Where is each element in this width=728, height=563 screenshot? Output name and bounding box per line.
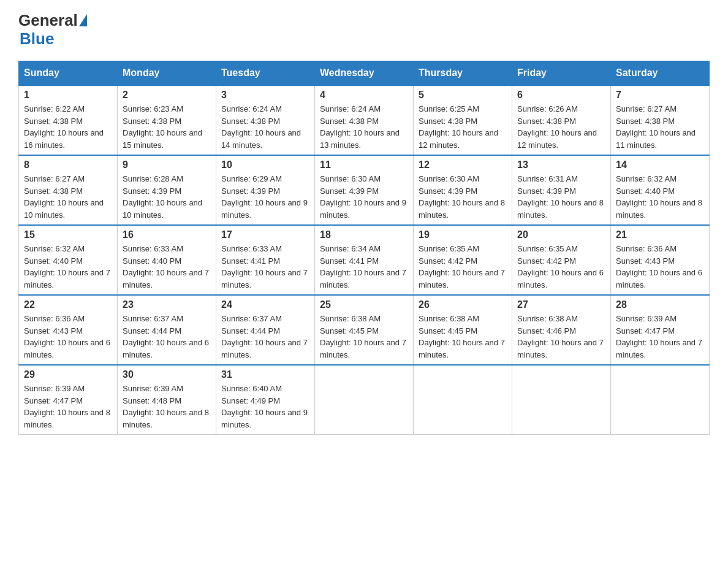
logo: General Blue (18, 12, 87, 48)
calendar-week-1: 1 Sunrise: 6:22 AMSunset: 4:38 PMDayligh… (19, 85, 710, 155)
day-info: Sunrise: 6:35 AMSunset: 4:42 PMDaylight:… (517, 244, 604, 289)
calendar-table: SundayMondayTuesdayWednesdayThursdayFrid… (18, 61, 710, 435)
weekday-header-monday: Monday (118, 61, 216, 86)
calendar-cell: 21 Sunrise: 6:36 AMSunset: 4:43 PMDaylig… (611, 225, 710, 295)
calendar-cell: 15 Sunrise: 6:32 AMSunset: 4:40 PMDaylig… (19, 225, 118, 295)
page-header: General Blue (18, 12, 710, 48)
day-number: 25 (320, 299, 408, 310)
calendar-cell: 27 Sunrise: 6:38 AMSunset: 4:46 PMDaylig… (512, 295, 611, 365)
calendar-week-2: 8 Sunrise: 6:27 AMSunset: 4:38 PMDayligh… (19, 155, 710, 225)
weekday-header-wednesday: Wednesday (315, 61, 414, 86)
day-info: Sunrise: 6:27 AMSunset: 4:38 PMDaylight:… (616, 104, 696, 150)
day-number: 31 (221, 369, 309, 380)
day-number: 5 (419, 90, 507, 101)
calendar-cell: 3 Sunrise: 6:24 AMSunset: 4:38 PMDayligh… (216, 85, 315, 155)
day-number: 24 (221, 299, 309, 310)
calendar-cell: 8 Sunrise: 6:27 AMSunset: 4:38 PMDayligh… (19, 155, 118, 225)
day-number: 6 (517, 90, 605, 101)
calendar-cell: 11 Sunrise: 6:30 AMSunset: 4:39 PMDaylig… (315, 155, 414, 225)
day-number: 17 (221, 229, 309, 240)
logo-triangle-icon (79, 14, 87, 26)
day-info: Sunrise: 6:31 AMSunset: 4:39 PMDaylight:… (517, 174, 604, 220)
day-number: 19 (419, 229, 507, 240)
weekday-header-saturday: Saturday (611, 61, 710, 86)
calendar-cell: 29 Sunrise: 6:39 AMSunset: 4:47 PMDaylig… (19, 365, 118, 435)
day-number: 27 (517, 299, 605, 310)
weekday-header-sunday: Sunday (19, 61, 118, 86)
calendar-cell: 24 Sunrise: 6:37 AMSunset: 4:44 PMDaylig… (216, 295, 315, 365)
weekday-header-row: SundayMondayTuesdayWednesdayThursdayFrid… (19, 61, 710, 86)
calendar-week-3: 15 Sunrise: 6:32 AMSunset: 4:40 PMDaylig… (19, 225, 710, 295)
calendar-cell: 1 Sunrise: 6:22 AMSunset: 4:38 PMDayligh… (19, 85, 118, 155)
calendar-cell: 13 Sunrise: 6:31 AMSunset: 4:39 PMDaylig… (512, 155, 611, 225)
calendar-cell: 26 Sunrise: 6:38 AMSunset: 4:45 PMDaylig… (414, 295, 512, 365)
day-info: Sunrise: 6:32 AMSunset: 4:40 PMDaylight:… (24, 244, 110, 289)
day-info: Sunrise: 6:22 AMSunset: 4:38 PMDaylight:… (24, 104, 104, 150)
calendar-cell (611, 365, 710, 435)
day-info: Sunrise: 6:39 AMSunset: 4:47 PMDaylight:… (616, 314, 702, 359)
day-number: 15 (24, 229, 112, 240)
day-number: 9 (123, 159, 211, 170)
day-info: Sunrise: 6:39 AMSunset: 4:47 PMDaylight:… (24, 384, 110, 429)
day-info: Sunrise: 6:37 AMSunset: 4:44 PMDaylight:… (221, 314, 308, 359)
day-info: Sunrise: 6:24 AMSunset: 4:38 PMDaylight:… (221, 104, 301, 150)
day-number: 1 (24, 90, 112, 101)
logo-general-text: General (18, 12, 78, 28)
day-info: Sunrise: 6:26 AMSunset: 4:38 PMDaylight:… (517, 104, 597, 150)
day-number: 4 (320, 90, 408, 101)
day-number: 18 (320, 229, 408, 240)
calendar-cell: 10 Sunrise: 6:29 AMSunset: 4:39 PMDaylig… (216, 155, 315, 225)
calendar-week-5: 29 Sunrise: 6:39 AMSunset: 4:47 PMDaylig… (19, 365, 710, 435)
calendar-cell: 14 Sunrise: 6:32 AMSunset: 4:40 PMDaylig… (611, 155, 710, 225)
day-number: 12 (419, 159, 507, 170)
calendar-cell: 19 Sunrise: 6:35 AMSunset: 4:42 PMDaylig… (414, 225, 512, 295)
day-number: 10 (221, 159, 309, 170)
calendar-cell: 22 Sunrise: 6:36 AMSunset: 4:43 PMDaylig… (19, 295, 118, 365)
calendar-cell: 20 Sunrise: 6:35 AMSunset: 4:42 PMDaylig… (512, 225, 611, 295)
calendar-week-4: 22 Sunrise: 6:36 AMSunset: 4:43 PMDaylig… (19, 295, 710, 365)
day-info: Sunrise: 6:40 AMSunset: 4:49 PMDaylight:… (221, 384, 308, 429)
calendar-cell (414, 365, 512, 435)
day-info: Sunrise: 6:36 AMSunset: 4:43 PMDaylight:… (616, 244, 702, 289)
day-info: Sunrise: 6:39 AMSunset: 4:48 PMDaylight:… (123, 384, 209, 429)
day-number: 22 (24, 299, 112, 310)
calendar-cell: 9 Sunrise: 6:28 AMSunset: 4:39 PMDayligh… (118, 155, 216, 225)
day-info: Sunrise: 6:33 AMSunset: 4:40 PMDaylight:… (123, 244, 209, 289)
day-info: Sunrise: 6:24 AMSunset: 4:38 PMDaylight:… (320, 104, 400, 150)
calendar-cell: 23 Sunrise: 6:37 AMSunset: 4:44 PMDaylig… (118, 295, 216, 365)
day-info: Sunrise: 6:36 AMSunset: 4:43 PMDaylight:… (24, 314, 110, 359)
day-number: 11 (320, 159, 408, 170)
day-number: 3 (221, 90, 309, 101)
day-info: Sunrise: 6:38 AMSunset: 4:46 PMDaylight:… (517, 314, 604, 359)
day-info: Sunrise: 6:29 AMSunset: 4:39 PMDaylight:… (221, 174, 308, 220)
calendar-cell: 6 Sunrise: 6:26 AMSunset: 4:38 PMDayligh… (512, 85, 611, 155)
calendar-cell (512, 365, 611, 435)
calendar-cell: 28 Sunrise: 6:39 AMSunset: 4:47 PMDaylig… (611, 295, 710, 365)
calendar-cell: 25 Sunrise: 6:38 AMSunset: 4:45 PMDaylig… (315, 295, 414, 365)
day-number: 20 (517, 229, 605, 240)
day-info: Sunrise: 6:32 AMSunset: 4:40 PMDaylight:… (616, 174, 702, 220)
day-number: 14 (616, 159, 704, 170)
weekday-header-tuesday: Tuesday (216, 61, 315, 86)
day-number: 13 (517, 159, 605, 170)
day-info: Sunrise: 6:33 AMSunset: 4:41 PMDaylight:… (221, 244, 308, 289)
day-info: Sunrise: 6:23 AMSunset: 4:38 PMDaylight:… (123, 104, 202, 150)
day-info: Sunrise: 6:27 AMSunset: 4:38 PMDaylight:… (24, 174, 104, 220)
weekday-header-friday: Friday (512, 61, 611, 86)
day-info: Sunrise: 6:38 AMSunset: 4:45 PMDaylight:… (320, 314, 406, 359)
day-number: 30 (123, 369, 211, 380)
calendar-cell: 7 Sunrise: 6:27 AMSunset: 4:38 PMDayligh… (611, 85, 710, 155)
day-info: Sunrise: 6:38 AMSunset: 4:45 PMDaylight:… (419, 314, 505, 359)
day-number: 16 (123, 229, 211, 240)
calendar-cell: 5 Sunrise: 6:25 AMSunset: 4:38 PMDayligh… (414, 85, 512, 155)
calendar-cell (315, 365, 414, 435)
logo-blue-text: Blue (20, 29, 54, 48)
day-number: 26 (419, 299, 507, 310)
calendar-cell: 2 Sunrise: 6:23 AMSunset: 4:38 PMDayligh… (118, 85, 216, 155)
calendar-cell: 4 Sunrise: 6:24 AMSunset: 4:38 PMDayligh… (315, 85, 414, 155)
day-number: 29 (24, 369, 112, 380)
day-info: Sunrise: 6:30 AMSunset: 4:39 PMDaylight:… (419, 174, 505, 220)
calendar-cell: 31 Sunrise: 6:40 AMSunset: 4:49 PMDaylig… (216, 365, 315, 435)
calendar-cell: 17 Sunrise: 6:33 AMSunset: 4:41 PMDaylig… (216, 225, 315, 295)
day-info: Sunrise: 6:37 AMSunset: 4:44 PMDaylight:… (123, 314, 209, 359)
